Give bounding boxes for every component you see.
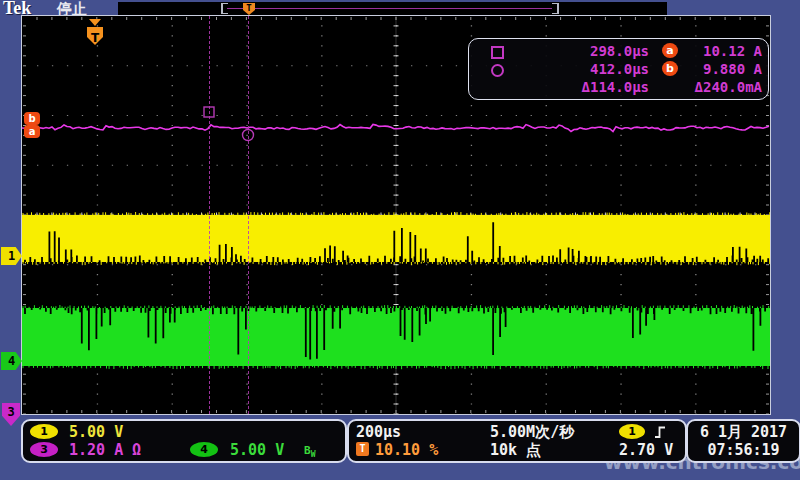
bw-sub-letter: W [311,450,316,459]
cursor-2-time: 412.0µs [509,61,649,77]
ch3-scale: 1.20 A [69,441,123,459]
ch1-position-arrow[interactable]: 1 [1,247,22,265]
cursor-readout-row-1: 298.0µs a 10.12 A [469,43,768,60]
datetime-box[interactable]: 6 1月 2017 07:56:19 [686,419,800,463]
ch1-badge[interactable]: 1 [30,424,58,439]
horizontal-position-icon: T [356,442,369,456]
record-trigger-icon: T [243,3,255,15]
cursor-a-badge: a [662,43,678,58]
sample-rate: 5.00M次/秒 [490,423,574,442]
cursor-readout-box[interactable]: 298.0µs a 10.12 A 412.0µs b 9.880 A Δ114… [468,38,769,100]
ch4-badge[interactable]: 4 [190,442,218,457]
ch3-coupling-ohm: Ω [132,441,141,459]
cursor-b-badge: b [662,61,678,76]
ch4-bandwidth-icon: BW [304,444,315,459]
trigger-source-badge[interactable]: 1 [619,424,645,439]
vertical-cursor-2[interactable] [248,16,249,414]
ch4-band [22,308,770,366]
record-length: 10k 点 [490,441,541,460]
time-readout: 07:56:19 [688,441,799,459]
rising-edge-trigger-icon [653,424,667,440]
trigger-position-triangle [89,19,101,26]
vertical-cursor-1[interactable] [209,16,210,414]
ch4-position-arrow[interactable]: 4 [1,352,22,370]
trigger-level: 2.70 V [619,441,673,459]
channel-readout-box[interactable]: 1 5.00 V 3 1.20 A Ω 4 5.00 V BW [21,419,347,463]
record-window-span [227,8,552,9]
cursor-b-marker[interactable]: b [24,112,40,125]
ch4-scale: 5.00 V [230,441,284,459]
cursor-readout-row-2: 412.0µs b 9.880 A [469,61,768,78]
square-cursor-icon [491,46,504,59]
horizontal-position: 10.10 % [375,441,438,459]
bw-letter: B [304,444,311,457]
cursor-a-amplitude: 10.12 A [679,43,762,59]
horizontal-trigger-readout-box[interactable]: 200µs 5.00M次/秒 1 T 10.10 % 10k 点 2.70 V [347,419,687,463]
ch3-badge[interactable]: 3 [30,442,58,457]
ch1-scale: 5.00 V [69,423,123,441]
horizontal-scale: 200µs [356,423,401,441]
cursor-b-amplitude: 9.880 A [679,61,762,77]
trigger-flag-letter: T [91,31,100,45]
cursor-delta-time: Δ114.0µs [509,79,649,95]
circle-cursor-icon [491,64,504,77]
cursor-a-marker[interactable]: a [24,125,40,138]
cursor-1-time: 298.0µs [509,43,649,59]
ch1-band [22,215,770,262]
ch3-position-marker[interactable]: 3 [2,403,20,426]
cursor-delta-amplitude: Δ240.0mA [652,79,762,95]
cursor-readout-row-delta: Δ114.0µs Δ240.0mA [469,79,768,96]
waveform-display[interactable]: T b a 298.0µs a 10.12 A 412.0µs b 9.880 … [21,15,771,415]
record-window-bracket-right [552,3,559,14]
record-view-bar[interactable]: T [118,2,667,15]
oscilloscope-screen: { "header": { "logo": "Tek", "run_state"… [0,0,800,480]
date-readout: 6 1月 2017 [688,423,799,442]
